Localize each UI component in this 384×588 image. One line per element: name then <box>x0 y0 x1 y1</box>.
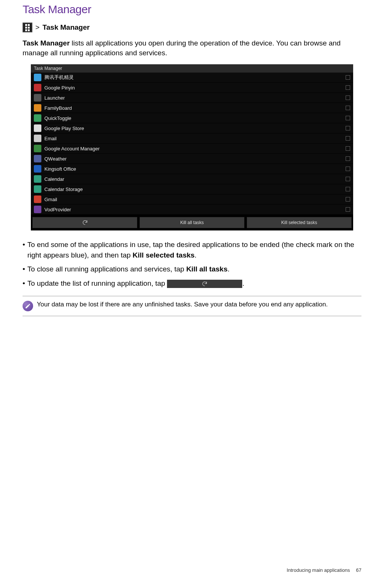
instruction-item-2: • To close all running applications and … <box>23 264 361 274</box>
task-checkbox[interactable] <box>346 207 350 212</box>
intro-bold: Task Manager <box>23 39 70 47</box>
instruction-item-3: • To update the list of running applicat… <box>23 278 361 289</box>
task-row[interactable]: QWeather <box>31 154 353 164</box>
inline-refresh-button <box>167 280 242 288</box>
app-icon <box>34 104 41 112</box>
bullet2-bold: Kill all tasks <box>186 265 228 273</box>
app-icon <box>34 145 41 152</box>
task-checkbox[interactable] <box>346 177 350 181</box>
task-name: Gmail <box>44 197 343 202</box>
task-checkbox[interactable] <box>346 116 350 120</box>
task-name: QWeather <box>44 156 343 162</box>
task-row[interactable]: Google Account Manager <box>31 144 353 154</box>
bullet3-text-a: To update the list of running applicatio… <box>27 279 167 287</box>
app-icon <box>34 124 41 132</box>
task-checkbox[interactable] <box>346 167 350 171</box>
task-checkbox[interactable] <box>346 156 350 161</box>
task-name: Google Pinyin <box>44 85 343 91</box>
pencil-icon <box>23 301 33 311</box>
bullet2-text-a: To close all running applications and se… <box>27 265 186 273</box>
task-name: Google Play Store <box>44 126 343 131</box>
task-row[interactable]: 腾讯手机精灵 <box>31 73 353 83</box>
kill-all-button[interactable]: Kill all tasks <box>140 217 244 228</box>
app-icon <box>34 195 41 203</box>
task-row[interactable]: QuickToggle <box>31 113 353 123</box>
app-icon <box>34 114 41 122</box>
app-icon <box>34 155 41 162</box>
breadcrumb: > Task Manager <box>23 23 361 32</box>
bullet3-text-c: . <box>242 279 244 287</box>
task-checkbox[interactable] <box>346 146 350 151</box>
bullet1-text-c: . <box>194 251 196 259</box>
app-icon <box>34 135 41 142</box>
task-checkbox[interactable] <box>346 106 350 110</box>
task-name: Google Account Manager <box>44 146 343 152</box>
bullet1-bold: Kill selected tasks <box>133 251 195 259</box>
instruction-list: • To end some of the applications in use… <box>23 239 361 288</box>
intro-rest: lists all applications you open during t… <box>23 39 341 57</box>
app-icon <box>34 94 41 102</box>
app-icon <box>34 74 41 81</box>
task-row[interactable]: Kingsoft Office <box>31 164 353 174</box>
task-checkbox[interactable] <box>346 136 350 141</box>
task-manager-screenshot: Task Manager 腾讯手机精灵Google PinyinLauncher… <box>31 64 353 230</box>
task-list: 腾讯手机精灵Google PinyinLauncherFamilyBoardQu… <box>31 73 353 215</box>
bullet-dot: • <box>23 264 25 274</box>
task-row[interactable]: Calendar <box>31 174 353 184</box>
refresh-icon <box>82 220 88 226</box>
page-title: Task Manager <box>23 3 361 16</box>
kill-selected-button[interactable]: Kill selected tasks <box>247 217 352 228</box>
intro-text: Task Manager lists all applications you … <box>23 38 361 58</box>
refresh-button[interactable] <box>32 217 137 228</box>
task-name: Kingsoft Office <box>44 166 343 172</box>
breadcrumb-sep: > <box>35 23 39 32</box>
task-name: VodProvider <box>44 207 343 212</box>
task-name: 腾讯手机精灵 <box>44 74 343 81</box>
task-name: Email <box>44 136 343 141</box>
app-icon <box>34 84 41 91</box>
task-name: Calendar Storage <box>44 186 343 192</box>
task-checkbox[interactable] <box>346 187 350 191</box>
task-row[interactable]: Calendar Storage <box>31 184 353 194</box>
task-row[interactable]: Launcher <box>31 93 353 103</box>
task-name: FamilyBoard <box>44 105 343 111</box>
bullet-dot: • <box>23 278 25 289</box>
screenshot-window-title: Task Manager <box>31 64 353 73</box>
footer-page-number: 67 <box>356 567 361 573</box>
task-row[interactable]: Email <box>31 133 353 144</box>
task-name: QuickToggle <box>44 115 343 121</box>
apps-grid-icon <box>23 23 32 32</box>
app-icon <box>34 185 41 193</box>
task-name: Calendar <box>44 176 343 182</box>
breadcrumb-label: Task Manager <box>42 23 90 32</box>
refresh-icon <box>202 281 208 287</box>
task-checkbox[interactable] <box>346 126 350 130</box>
note-text: Your data may be lost if there are any u… <box>37 301 328 308</box>
note-box: Your data may be lost if there are any u… <box>23 296 361 316</box>
screenshot-footer: Kill all tasks Kill selected tasks <box>31 215 353 230</box>
bullet-dot: • <box>23 239 25 260</box>
task-row[interactable]: Google Pinyin <box>31 83 353 93</box>
app-icon <box>34 175 41 183</box>
page-footer: Introducing main applications 67 <box>287 567 361 573</box>
task-checkbox[interactable] <box>346 85 350 90</box>
task-row[interactable]: VodProvider <box>31 205 353 215</box>
bullet2-text-c: . <box>228 265 229 273</box>
instruction-item-1: • To end some of the applications in use… <box>23 239 361 260</box>
app-icon <box>34 165 41 173</box>
app-icon <box>34 206 41 213</box>
task-checkbox[interactable] <box>346 75 350 80</box>
task-name: Launcher <box>44 95 343 101</box>
task-row[interactable]: Gmail <box>31 194 353 205</box>
task-row[interactable]: Google Play Store <box>31 123 353 133</box>
task-checkbox[interactable] <box>346 197 350 202</box>
footer-section: Introducing main applications <box>287 567 350 573</box>
task-checkbox[interactable] <box>346 95 350 100</box>
task-row[interactable]: FamilyBoard <box>31 103 353 113</box>
